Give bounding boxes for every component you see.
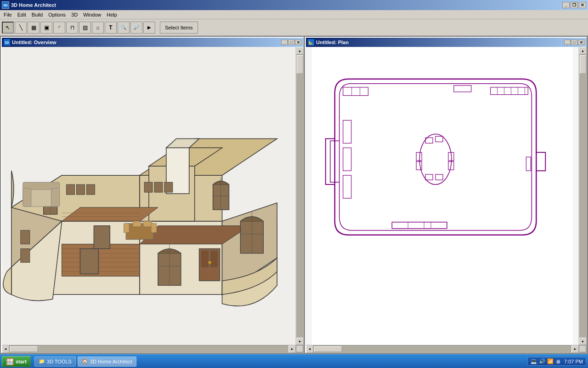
svg-rect-32	[21, 249, 30, 263]
toolbar: ↖ ╲ ▦ ▣ ◜ ⊓ ▨ ⌂ T 🔍 🔎 ▶ Select Items	[0, 19, 588, 36]
plan-title-bar: 📐 Untitled: Plan _ □ ✕	[306, 38, 586, 47]
app-window-controls: _ ❐ ✕	[562, 2, 586, 8]
overview-scroll-down[interactable]: ▼	[296, 338, 304, 345]
overview-scroll-thumb-v[interactable]	[297, 55, 303, 74]
menu-file[interactable]: File	[1, 11, 15, 18]
svg-rect-39	[23, 188, 31, 207]
menu-window[interactable]: Window	[80, 11, 104, 18]
plan-scroll-thumb-v[interactable]	[580, 55, 586, 74]
overview-title-bar: 3D Untitled: Overview _ □ ✕	[2, 38, 303, 47]
taskbar-icon-1: 💻	[531, 358, 537, 364]
plan-corner	[579, 345, 586, 352]
plan-minimize[interactable]: _	[564, 40, 571, 45]
taskbar-item-architect[interactable]: 🏠 3D Home Architect	[78, 356, 136, 367]
taskbar-system-tray: 💻 🔊 📶 🖥 7:07 PM	[527, 357, 586, 366]
workspace: 3D Untitled: Overview _ □ ✕	[0, 36, 588, 354]
plan-scroll-right[interactable]: ►	[571, 345, 579, 353]
taskbar-item-3dtools[interactable]: 📁 3D TOOLS	[34, 356, 76, 367]
plan-window-controls: _ □ ✕	[564, 40, 584, 45]
taskbar-icon-4: 🖥	[555, 359, 560, 364]
overview-scroll-track-h[interactable]	[9, 345, 288, 353]
plan-scrollbar-h[interactable]: ◄ ►	[306, 345, 579, 352]
plan-scroll-left[interactable]: ◄	[306, 345, 313, 353]
tool-select[interactable]: ↖	[2, 22, 14, 34]
start-button[interactable]: 🪟 start	[2, 356, 31, 367]
svg-rect-55	[144, 182, 153, 192]
svg-rect-34	[202, 251, 209, 267]
tool-text[interactable]: T	[105, 22, 117, 34]
tool-arc[interactable]: ◜	[53, 22, 65, 34]
svg-point-36	[209, 261, 211, 264]
menu-build[interactable]: Build	[29, 11, 45, 18]
overview-window: 3D Untitled: Overview _ □ ✕	[1, 37, 304, 353]
svg-rect-56	[154, 182, 163, 192]
plan-content	[306, 47, 579, 345]
svg-rect-54	[86, 184, 95, 195]
tool-wall[interactable]: ▣	[40, 22, 52, 34]
svg-rect-31	[21, 230, 30, 244]
plan-scroll-up[interactable]: ▲	[579, 47, 587, 54]
overview-close[interactable]: ✕	[295, 40, 301, 45]
svg-rect-45	[151, 224, 157, 233]
plan-scroll-track-v[interactable]	[580, 54, 586, 338]
plan-close[interactable]: ✕	[578, 40, 584, 45]
svg-rect-29	[80, 249, 98, 274]
app-title-bar: 3D 3D Home Architect _ ❐ ✕	[0, 0, 588, 10]
overview-scroll-track-v[interactable]	[297, 54, 303, 338]
house-3d-view	[2, 47, 296, 345]
plan-maximize[interactable]: □	[571, 40, 577, 45]
select-items-button[interactable]: Select Items	[160, 22, 198, 34]
overview-scroll-left[interactable]: ◄	[2, 345, 9, 353]
overview-scrollbar-h[interactable]: ◄ ►	[2, 345, 296, 352]
taskbar-architect-label: 3D Home Architect	[90, 359, 132, 364]
overview-minimize[interactable]: _	[281, 40, 288, 45]
app-minimize-btn[interactable]: _	[562, 2, 570, 8]
app-title: 3D Home Architect	[11, 2, 56, 8]
tool-zoom-out[interactable]: 🔎	[130, 22, 142, 34]
floor-plan-view	[306, 47, 579, 345]
overview-scroll-right[interactable]: ►	[288, 345, 296, 353]
plan-scroll-thumb-h[interactable]	[314, 346, 342, 352]
overview-maximize[interactable]: □	[288, 40, 294, 45]
menu-help[interactable]: Help	[104, 11, 120, 18]
menu-edit[interactable]: Edit	[15, 11, 29, 18]
taskbar-items: 📁 3D TOOLS 🏠 3D Home Architect	[34, 356, 527, 367]
plan-scroll-track-h[interactable]	[313, 345, 571, 353]
app-icon: 3D	[2, 1, 9, 9]
overview-scroll-up[interactable]: ▲	[296, 47, 304, 54]
tool-draw-line[interactable]: ╲	[15, 22, 27, 34]
taskbar-3dtools-icon: 📁	[39, 358, 45, 364]
start-label: start	[16, 359, 27, 364]
svg-rect-53	[76, 184, 85, 195]
tool-zoom-in[interactable]: 🔍	[118, 22, 130, 34]
tool-roof[interactable]: ⌂	[92, 22, 104, 34]
menu-3d[interactable]: 3D	[68, 11, 80, 18]
taskbar: 🪟 start 📁 3D TOOLS 🏠 3D Home Architect 💻…	[0, 354, 588, 368]
plan-icon: 📐	[308, 39, 314, 46]
overview-scrollbar-v[interactable]: ▲ ▼	[296, 47, 303, 345]
taskbar-3dtools-label: 3D TOOLS	[47, 359, 72, 364]
svg-rect-35	[211, 251, 218, 267]
tool-hatch[interactable]: ▨	[79, 22, 91, 34]
taskbar-architect-icon: 🏠	[82, 358, 88, 364]
plan-title: Untitled: Plan	[316, 40, 349, 45]
svg-rect-30	[94, 226, 110, 249]
plan-scroll-down[interactable]: ▼	[579, 338, 587, 345]
svg-rect-40	[51, 188, 60, 207]
overview-corner	[296, 345, 303, 352]
overview-scroll-thumb-h[interactable]	[10, 346, 38, 352]
tool-door[interactable]: ⊓	[66, 22, 78, 34]
plan-scrollbar-v[interactable]: ▲ ▼	[579, 47, 586, 345]
menu-bar: File Edit Build Options 3D Window Help	[0, 10, 588, 19]
tool-render[interactable]: ▶	[143, 22, 155, 34]
svg-rect-44	[143, 221, 152, 227]
app-close-btn[interactable]: ✕	[579, 2, 586, 8]
overview-title: Untitled: Overview	[12, 40, 57, 45]
plan-window: 📐 Untitled: Plan _ □ ✕	[305, 37, 587, 353]
app-maximize-btn[interactable]: ❐	[571, 2, 578, 8]
menu-options[interactable]: Options	[45, 11, 68, 18]
overview-window-controls: _ □ ✕	[281, 40, 301, 45]
tool-floor[interactable]: ▦	[28, 22, 40, 34]
taskbar-icon-3: 📶	[547, 358, 554, 364]
svg-rect-52	[67, 184, 75, 195]
